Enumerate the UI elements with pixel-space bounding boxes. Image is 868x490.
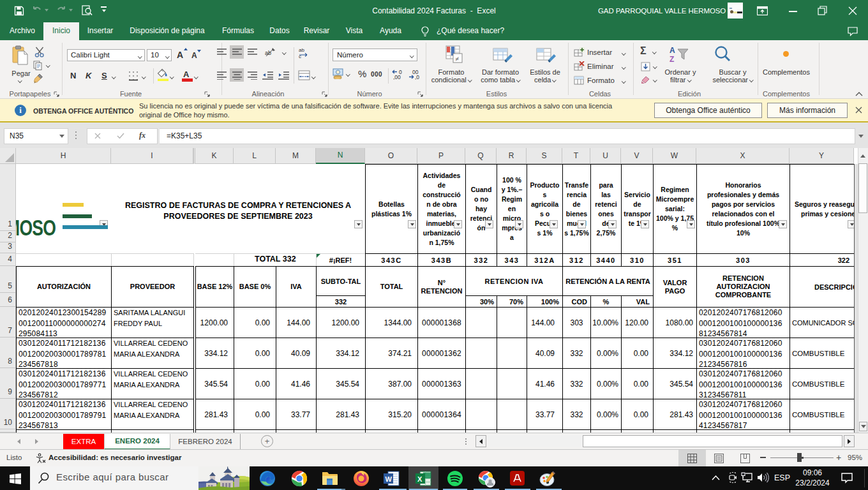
svg-text:≠: ≠ xyxy=(455,55,459,63)
svg-text:X: X xyxy=(417,475,423,483)
svg-text:Z: Z xyxy=(670,55,674,63)
svg-text:,00: ,00 xyxy=(393,74,401,80)
svg-text:ab: ab xyxy=(265,50,271,56)
svg-text:,0: ,0 xyxy=(415,74,419,80)
svg-text:W: W xyxy=(385,475,393,483)
svg-text:A: A xyxy=(670,46,675,55)
svg-text:ab: ab xyxy=(299,47,304,53)
svg-text:c: c xyxy=(299,54,301,58)
